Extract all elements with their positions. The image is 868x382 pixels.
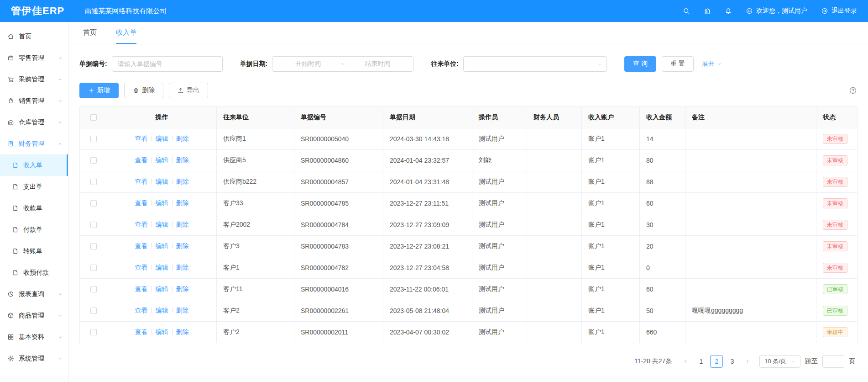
view-link[interactable]: 查看: [135, 178, 148, 185]
sidebar-item-retail[interactable]: 零售管理: [0, 47, 68, 69]
edit-link[interactable]: 编辑: [156, 199, 168, 207]
search-icon[interactable]: [683, 7, 690, 15]
delete-link[interactable]: 删除: [176, 199, 189, 207]
delete-link[interactable]: 删除: [176, 178, 189, 185]
sidebar-subitem-expense[interactable]: 支出单: [0, 176, 68, 197]
view-link[interactable]: 查看: [135, 242, 148, 249]
cell-operator: 测试用户: [479, 328, 504, 335]
delete-link[interactable]: 删除: [176, 221, 189, 228]
delete-link[interactable]: 删除: [176, 242, 189, 249]
delete-link[interactable]: 删除: [176, 328, 189, 335]
row-checkbox[interactable]: [90, 265, 97, 271]
table-row: 查看编辑删除客户11SR000000040162023-11-22 00:06:…: [80, 279, 858, 300]
goto-page-input[interactable]: [822, 355, 844, 368]
delete-link[interactable]: 删除: [176, 307, 189, 314]
sidebar-item-label: 仓库管理: [19, 118, 44, 127]
edit-link[interactable]: 编辑: [156, 135, 168, 142]
chevron-down-icon: [58, 292, 63, 297]
row-checkbox[interactable]: [90, 308, 97, 314]
sidebar-item-finance[interactable]: 财务管理: [0, 133, 68, 154]
sidebar-subitem-receipt[interactable]: 收款单: [0, 197, 68, 219]
row-checkbox[interactable]: [90, 157, 97, 164]
divider: [172, 286, 173, 292]
view-link[interactable]: 查看: [135, 328, 148, 335]
search-button[interactable]: 查 询: [624, 56, 656, 72]
delete-link[interactable]: 删除: [176, 156, 189, 164]
cell-partner: 客户2: [223, 328, 240, 335]
date-range-picker[interactable]: 开始时间 ~ 结束时间: [272, 56, 413, 72]
edit-link[interactable]: 编辑: [156, 328, 168, 335]
row-checkbox[interactable]: [90, 179, 97, 185]
cell-income-amount: 660: [646, 329, 657, 336]
partner-select[interactable]: [463, 56, 607, 72]
page-button-3[interactable]: 3: [726, 355, 738, 368]
edit-link[interactable]: 编辑: [156, 307, 168, 314]
sidebar-item-report[interactable]: 报表查询: [0, 283, 68, 305]
sidebar-item-system[interactable]: 系统管理: [0, 348, 68, 369]
delete-button[interactable]: 删除: [124, 83, 163, 98]
delete-link[interactable]: 删除: [176, 264, 189, 271]
edit-link[interactable]: 编辑: [156, 285, 168, 292]
edit-link[interactable]: 编辑: [156, 221, 168, 228]
sidebar-item-label: 系统管理: [19, 355, 44, 363]
page-size-select[interactable]: 10 条/页: [759, 355, 800, 368]
page-button-2[interactable]: 2: [710, 355, 723, 368]
row-checkbox[interactable]: [90, 286, 97, 292]
delete-link[interactable]: 删除: [176, 135, 189, 142]
view-link[interactable]: 查看: [135, 285, 148, 292]
welcome-text: 欢迎您，测试用户: [756, 7, 807, 15]
edit-link[interactable]: 编辑: [156, 242, 168, 249]
tab-income[interactable]: 收入单: [116, 22, 136, 44]
delete-link[interactable]: 删除: [176, 285, 189, 292]
view-link[interactable]: 查看: [135, 156, 148, 164]
expand-link[interactable]: 展开: [702, 60, 722, 68]
logout-text: 退出登录: [831, 7, 857, 15]
logout-button[interactable]: 退出登录: [821, 7, 857, 15]
bank-icon[interactable]: [704, 7, 711, 15]
sidebar-item-basic[interactable]: 基本资料: [0, 326, 68, 348]
sidebar-item-home[interactable]: 首页: [0, 26, 68, 47]
select-all-checkbox[interactable]: [90, 114, 97, 121]
partner-label: 往来单位:: [431, 60, 459, 68]
add-button[interactable]: 新增: [79, 83, 119, 98]
divider: [172, 308, 173, 313]
prev-page-button[interactable]: [679, 355, 692, 368]
bill-code-input[interactable]: [112, 56, 223, 72]
table-row: 查看编辑删除供应商5SR000000048602024-01-04 23:32:…: [80, 150, 858, 171]
view-link[interactable]: 查看: [135, 221, 148, 228]
sidebar-item-warehouse[interactable]: 仓库管理: [0, 111, 68, 133]
sidebar-subitem-payment[interactable]: 付款单: [0, 219, 68, 240]
edit-link[interactable]: 编辑: [156, 156, 168, 164]
row-checkbox[interactable]: [90, 243, 97, 249]
sidebar-subitem-income[interactable]: 收入单: [0, 154, 68, 176]
sidebar-item-label: 报表查询: [19, 290, 44, 298]
row-checkbox[interactable]: [90, 329, 97, 335]
edit-link[interactable]: 编辑: [156, 178, 168, 185]
table-row: 查看编辑删除客户2002SR000000047842023-12-27 23:0…: [80, 214, 858, 236]
sidebar-item-sales[interactable]: 销售管理: [0, 90, 68, 111]
reset-button[interactable]: 重 置: [662, 56, 694, 72]
sidebar-item-goods[interactable]: 商品管理: [0, 305, 68, 326]
sidebar-item-purchase[interactable]: 采购管理: [0, 69, 68, 90]
cell-bill-date: 2023-05-08 21:48:04: [390, 307, 449, 314]
row-checkbox[interactable]: [90, 200, 97, 207]
view-link[interactable]: 查看: [135, 135, 148, 142]
row-checkbox[interactable]: [90, 136, 97, 142]
edit-link[interactable]: 编辑: [156, 264, 168, 271]
view-link[interactable]: 查看: [135, 307, 148, 314]
export-button[interactable]: 导出: [169, 83, 208, 98]
page-button-1[interactable]: 1: [695, 355, 707, 368]
view-link[interactable]: 查看: [135, 264, 148, 271]
cell-bill-date: 2023-12-27 23:04:58: [390, 264, 449, 271]
next-page-button[interactable]: [741, 355, 754, 368]
sidebar-subitem-advance[interactable]: 收预付款: [0, 262, 68, 283]
sidebar-subitem-transfer[interactable]: 转账单: [0, 240, 68, 262]
app-root: 管伊佳ERP 南通某某网络科技有限公司 欢迎您，测试用户 退出登录 首页零售管理…: [0, 0, 868, 382]
view-link[interactable]: 查看: [135, 199, 148, 207]
cell-bill-date: 2023-12-27 23:11:51: [390, 200, 449, 207]
tab-home[interactable]: 首页: [83, 22, 97, 44]
row-checkbox[interactable]: [90, 222, 97, 228]
bell-icon[interactable]: [725, 7, 732, 15]
welcome-user[interactable]: 欢迎您，测试用户: [746, 7, 807, 15]
help-icon[interactable]: [849, 86, 857, 95]
